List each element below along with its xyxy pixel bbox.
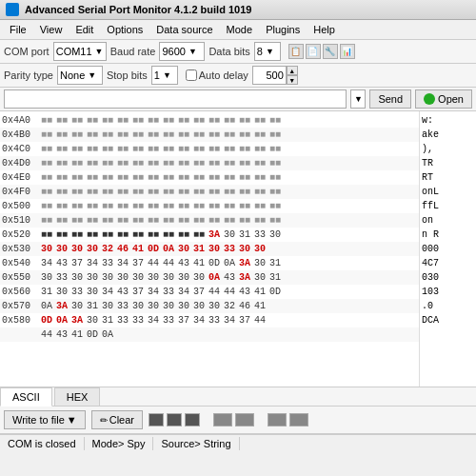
hex-byte: ■■ xyxy=(131,129,145,140)
hex-byte: 30 xyxy=(40,272,53,283)
hex-byte: 30 xyxy=(70,244,84,254)
hex-byte: 30 xyxy=(162,301,175,311)
clear-button[interactable]: ✏ Clear xyxy=(91,410,143,429)
hex-byte: ■■ xyxy=(147,215,160,226)
hex-address: 0x530 xyxy=(2,244,40,254)
hex-byte: ■■ xyxy=(131,187,145,197)
delay-spin-up[interactable]: ▲ xyxy=(287,66,298,75)
data-bits-label: Data bits xyxy=(208,46,249,57)
menu-edit[interactable]: Edit xyxy=(69,22,99,37)
menu-help[interactable]: Help xyxy=(307,22,341,37)
hex-byte: ■■ xyxy=(40,229,53,240)
menu-options[interactable]: Options xyxy=(101,22,149,37)
hex-byte: 43 xyxy=(55,329,69,340)
hex-byte: ■■ xyxy=(70,201,84,211)
hex-byte: ■■ xyxy=(238,144,251,154)
hex-byte: ■■ xyxy=(268,129,282,140)
hex-byte: ■■ xyxy=(177,229,190,240)
hex-byte: ■■ xyxy=(177,144,190,154)
stop-bits-dropdown[interactable]: 1 ▼ xyxy=(151,66,178,85)
hex-row: 0x4E0■■■■■■■■■■■■■■■■■■■■■■■■■■■■■■■■ xyxy=(0,170,419,185)
hex-byte xyxy=(162,329,175,340)
hex-row: 0x54034433734333437444443410D0A3A3031 xyxy=(0,256,419,270)
hex-byte: ■■ xyxy=(55,172,69,183)
hex-row: 0x5603130333034433734333437444443410D xyxy=(0,285,419,299)
hex-byte: 0A xyxy=(40,301,53,311)
com-port-dropdown[interactable]: COM11 ▼ xyxy=(53,42,107,61)
data-bits-dropdown[interactable]: 8 ▼ xyxy=(254,42,281,61)
hex-bytes: 0D0A3A303133333433373433343744 xyxy=(40,315,417,326)
hex-byte: ■■ xyxy=(101,201,114,211)
hex-byte: ■■ xyxy=(147,201,160,211)
hex-bytes: ■■■■■■■■■■■■■■■■■■■■■■■■■■■■■■■■ xyxy=(40,129,417,140)
open-button[interactable]: Open xyxy=(415,89,472,109)
hex-byte: 30 xyxy=(253,258,267,268)
menu-mode[interactable]: Mode xyxy=(221,22,259,37)
hex-byte: ■■ xyxy=(86,215,99,226)
tab-hex[interactable]: HEX xyxy=(54,387,101,406)
toolbar-row-1: COM port COM11 ▼ Baud rate 9600 ▼ Data b… xyxy=(0,40,476,64)
toolbar-icon-1[interactable]: 📋 xyxy=(288,44,304,59)
write-to-file-button[interactable]: Write to file ▼ xyxy=(4,410,86,429)
hex-byte: ■■ xyxy=(162,172,175,183)
search-input[interactable] xyxy=(4,89,347,109)
hex-byte: 46 xyxy=(238,301,251,311)
hex-byte: ■■ xyxy=(86,129,99,140)
hex-byte: ■■ xyxy=(162,158,175,169)
hex-byte: ■■ xyxy=(223,215,236,226)
hex-byte xyxy=(223,329,236,340)
hex-byte: 33 xyxy=(70,287,84,297)
delay-spin-down[interactable]: ▼ xyxy=(287,75,298,85)
hex-byte: 31 xyxy=(86,301,99,311)
send-button[interactable]: Send xyxy=(369,89,411,109)
pattern-box-4 xyxy=(213,413,232,426)
hex-byte: 43 xyxy=(238,287,251,297)
hex-byte: 41 xyxy=(253,287,267,297)
hex-address: 0x4F0 xyxy=(2,187,40,197)
status-bar: COM is closed Mode> Spy Source> String xyxy=(0,434,476,452)
hex-byte xyxy=(268,244,282,254)
toolbar-icon-2[interactable]: 📄 xyxy=(306,44,321,59)
hex-byte: ■■ xyxy=(208,187,221,197)
delay-value-input[interactable] xyxy=(252,66,287,85)
hex-byte: ■■ xyxy=(253,144,267,154)
auto-delay-check: Auto delay xyxy=(186,69,248,81)
hex-address: 0x4A0 xyxy=(2,115,40,126)
menu-view[interactable]: View xyxy=(34,22,69,37)
hex-bytes: ■■■■■■■■■■■■■■■■■■■■■■■■■■■■■■■■ xyxy=(40,201,417,211)
toolbar-icon-3[interactable]: 🔧 xyxy=(323,44,338,59)
menu-datasource[interactable]: Data source xyxy=(150,22,218,37)
search-dropdown-arrow[interactable]: ▼ xyxy=(350,89,366,109)
hex-address: 0x4D0 xyxy=(2,158,40,169)
hex-byte: 37 xyxy=(238,315,251,326)
toolbar-icon-4[interactable]: 📊 xyxy=(340,44,355,59)
menu-file[interactable]: File xyxy=(4,22,32,37)
hex-byte: 44 xyxy=(162,258,175,268)
hex-byte: 0D xyxy=(40,315,53,326)
hex-byte: ■■ xyxy=(86,201,99,211)
baud-rate-dropdown[interactable]: 9600 ▼ xyxy=(159,42,205,61)
main-content: 0x4A0■■■■■■■■■■■■■■■■■■■■■■■■■■■■■■■■0x4… xyxy=(0,111,476,387)
hex-byte: 30 xyxy=(238,244,251,254)
auto-delay-checkbox[interactable] xyxy=(186,69,197,81)
hex-byte: 32 xyxy=(223,301,236,311)
hex-row: 0x4B0■■■■■■■■■■■■■■■■■■■■■■■■■■■■■■■■ xyxy=(0,128,419,142)
hex-bytes: 4443410D0A xyxy=(40,329,417,340)
hex-byte: 30 xyxy=(55,244,69,254)
hex-byte: 30 xyxy=(177,272,190,283)
delay-value-spin: ▲ ▼ xyxy=(252,66,298,85)
hex-byte: 31 xyxy=(238,229,251,240)
hex-byte: 30 xyxy=(192,272,206,283)
ascii-row: on xyxy=(422,213,474,228)
tab-ascii[interactable]: ASCII xyxy=(0,387,52,407)
ascii-row: DCA xyxy=(422,313,474,327)
com-status: COM is closed xyxy=(0,437,85,450)
hex-byte: 30 xyxy=(131,272,145,283)
hex-byte: ■■ xyxy=(101,144,114,154)
hex-byte: ■■ xyxy=(162,229,175,240)
hex-byte: ■■ xyxy=(70,115,84,126)
menu-plugins[interactable]: Plugins xyxy=(260,22,306,37)
parity-dropdown[interactable]: None ▼ xyxy=(57,66,103,85)
hex-byte: ■■ xyxy=(268,172,282,183)
hex-panel[interactable]: 0x4A0■■■■■■■■■■■■■■■■■■■■■■■■■■■■■■■■0x4… xyxy=(0,111,419,387)
